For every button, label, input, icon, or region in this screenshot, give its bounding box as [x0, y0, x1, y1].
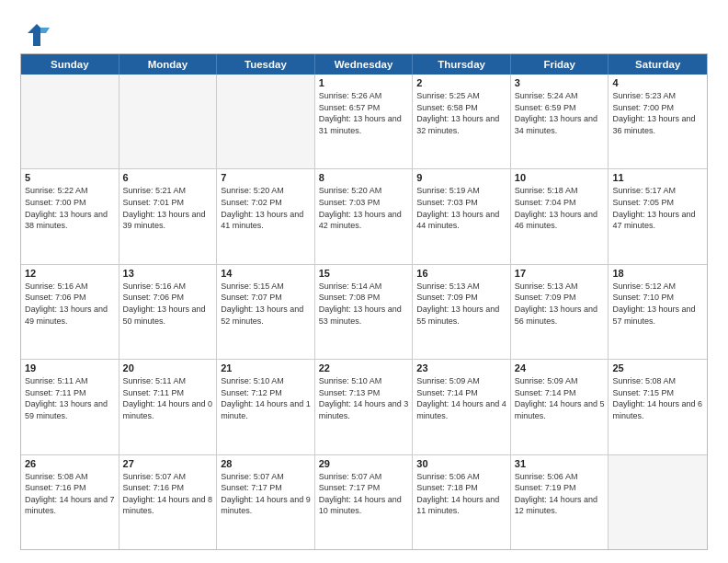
day-number: 18 [612, 268, 703, 279]
day-number: 19 [25, 362, 115, 373]
day-number: 16 [416, 268, 506, 279]
day-number: 2 [416, 77, 506, 88]
day-info: Sunrise: 5:14 AM Sunset: 7:08 PM Dayligh… [319, 281, 409, 327]
day-cell-30: 30Sunrise: 5:06 AM Sunset: 7:18 PM Dayli… [413, 455, 511, 549]
page: SundayMondayTuesdayWednesdayThursdayFrid… [0, 0, 728, 563]
day-info: Sunrise: 5:16 AM Sunset: 7:06 PM Dayligh… [25, 281, 115, 327]
day-number: 24 [515, 362, 605, 373]
day-cell-31: 31Sunrise: 5:06 AM Sunset: 7:19 PM Dayli… [511, 455, 609, 549]
header-day-friday: Friday [511, 54, 609, 75]
day-number: 21 [221, 362, 311, 373]
day-cell-29: 29Sunrise: 5:07 AM Sunset: 7:17 PM Dayli… [315, 455, 414, 549]
day-cell-6: 6Sunrise: 5:21 AM Sunset: 7:01 PM Daylig… [119, 169, 218, 263]
day-info: Sunrise: 5:20 AM Sunset: 7:03 PM Dayligh… [319, 185, 409, 231]
day-info: Sunrise: 5:07 AM Sunset: 7:17 PM Dayligh… [221, 471, 311, 517]
day-info: Sunrise: 5:13 AM Sunset: 7:09 PM Dayligh… [416, 281, 506, 327]
day-info: Sunrise: 5:22 AM Sunset: 7:00 PM Dayligh… [25, 185, 115, 231]
day-info: Sunrise: 5:18 AM Sunset: 7:04 PM Dayligh… [515, 185, 605, 231]
day-number: 30 [416, 458, 506, 469]
day-cell-13: 13Sunrise: 5:16 AM Sunset: 7:06 PM Dayli… [119, 265, 218, 359]
day-cell-17: 17Sunrise: 5:13 AM Sunset: 7:09 PM Dayli… [511, 265, 609, 359]
day-number: 15 [319, 268, 409, 279]
svg-marker-1 [40, 28, 50, 33]
day-number: 4 [612, 77, 703, 88]
day-info: Sunrise: 5:09 AM Sunset: 7:14 PM Dayligh… [515, 375, 605, 421]
calendar: SundayMondayTuesdayWednesdayThursdayFrid… [20, 53, 708, 550]
day-info: Sunrise: 5:09 AM Sunset: 7:14 PM Dayligh… [416, 375, 506, 421]
day-number: 20 [123, 362, 213, 373]
header-day-sunday: Sunday [21, 54, 119, 75]
day-cell-9: 9Sunrise: 5:19 AM Sunset: 7:03 PM Daylig… [413, 169, 511, 263]
calendar-body: 1Sunrise: 5:26 AM Sunset: 6:57 PM Daylig… [21, 75, 707, 549]
day-number: 17 [515, 268, 605, 279]
header-day-tuesday: Tuesday [217, 54, 315, 75]
day-info: Sunrise: 5:10 AM Sunset: 7:13 PM Dayligh… [319, 375, 409, 421]
day-info: Sunrise: 5:15 AM Sunset: 7:07 PM Dayligh… [221, 281, 311, 327]
day-number: 12 [25, 268, 115, 279]
day-cell-27: 27Sunrise: 5:07 AM Sunset: 7:16 PM Dayli… [119, 455, 218, 549]
day-cell-4: 4Sunrise: 5:23 AM Sunset: 7:00 PM Daylig… [609, 75, 707, 168]
header-day-saturday: Saturday [609, 54, 707, 75]
day-info: Sunrise: 5:17 AM Sunset: 7:05 PM Dayligh… [612, 185, 703, 231]
calendar-row-2: 12Sunrise: 5:16 AM Sunset: 7:06 PM Dayli… [21, 264, 707, 359]
day-number: 27 [123, 458, 213, 469]
day-number: 9 [416, 172, 506, 183]
day-number: 6 [123, 172, 213, 183]
day-cell-empty [21, 75, 119, 168]
day-cell-15: 15Sunrise: 5:14 AM Sunset: 7:08 PM Dayli… [315, 265, 414, 359]
day-number: 1 [319, 77, 409, 88]
calendar-row-3: 19Sunrise: 5:11 AM Sunset: 7:11 PM Dayli… [21, 359, 707, 454]
day-info: Sunrise: 5:06 AM Sunset: 7:18 PM Dayligh… [416, 471, 506, 517]
day-info: Sunrise: 5:08 AM Sunset: 7:15 PM Dayligh… [612, 375, 703, 421]
day-number: 28 [221, 458, 311, 469]
day-number: 23 [416, 362, 506, 373]
day-cell-7: 7Sunrise: 5:20 AM Sunset: 7:02 PM Daylig… [217, 169, 315, 263]
day-cell-1: 1Sunrise: 5:26 AM Sunset: 6:57 PM Daylig… [315, 75, 414, 168]
day-number: 25 [612, 362, 703, 373]
day-number: 7 [221, 172, 311, 183]
day-info: Sunrise: 5:19 AM Sunset: 7:03 PM Dayligh… [416, 185, 506, 231]
logo [20, 20, 53, 50]
day-number: 13 [123, 268, 213, 279]
day-cell-10: 10Sunrise: 5:18 AM Sunset: 7:04 PM Dayli… [511, 169, 609, 263]
day-number: 31 [515, 458, 605, 469]
day-info: Sunrise: 5:11 AM Sunset: 7:11 PM Dayligh… [123, 375, 213, 421]
calendar-row-1: 5Sunrise: 5:22 AM Sunset: 7:00 PM Daylig… [21, 168, 707, 263]
day-info: Sunrise: 5:25 AM Sunset: 6:58 PM Dayligh… [416, 90, 506, 136]
day-cell-2: 2Sunrise: 5:25 AM Sunset: 6:58 PM Daylig… [413, 75, 511, 168]
day-cell-26: 26Sunrise: 5:08 AM Sunset: 7:16 PM Dayli… [21, 455, 119, 549]
day-cell-21: 21Sunrise: 5:10 AM Sunset: 7:12 PM Dayli… [217, 360, 315, 454]
day-cell-20: 20Sunrise: 5:11 AM Sunset: 7:11 PM Dayli… [119, 360, 218, 454]
day-info: Sunrise: 5:21 AM Sunset: 7:01 PM Dayligh… [123, 185, 213, 231]
day-number: 26 [25, 458, 115, 469]
day-number: 5 [25, 172, 115, 183]
day-number: 8 [319, 172, 409, 183]
day-cell-12: 12Sunrise: 5:16 AM Sunset: 7:06 PM Dayli… [21, 265, 119, 359]
day-info: Sunrise: 5:24 AM Sunset: 6:59 PM Dayligh… [515, 90, 605, 136]
day-number: 3 [515, 77, 605, 88]
logo-icon [20, 20, 50, 50]
day-cell-19: 19Sunrise: 5:11 AM Sunset: 7:11 PM Dayli… [21, 360, 119, 454]
day-number: 11 [612, 172, 703, 183]
day-cell-18: 18Sunrise: 5:12 AM Sunset: 7:10 PM Dayli… [609, 265, 707, 359]
day-cell-empty [217, 75, 315, 168]
day-cell-5: 5Sunrise: 5:22 AM Sunset: 7:00 PM Daylig… [21, 169, 119, 263]
day-info: Sunrise: 5:16 AM Sunset: 7:06 PM Dayligh… [123, 281, 213, 327]
calendar-row-0: 1Sunrise: 5:26 AM Sunset: 6:57 PM Daylig… [21, 75, 707, 168]
day-info: Sunrise: 5:23 AM Sunset: 7:00 PM Dayligh… [612, 90, 703, 136]
day-info: Sunrise: 5:12 AM Sunset: 7:10 PM Dayligh… [612, 281, 703, 327]
svg-marker-0 [28, 24, 46, 46]
day-info: Sunrise: 5:10 AM Sunset: 7:12 PM Dayligh… [221, 375, 311, 421]
day-cell-28: 28Sunrise: 5:07 AM Sunset: 7:17 PM Dayli… [217, 455, 315, 549]
day-number: 10 [515, 172, 605, 183]
day-info: Sunrise: 5:11 AM Sunset: 7:11 PM Dayligh… [25, 375, 115, 421]
day-cell-24: 24Sunrise: 5:09 AM Sunset: 7:14 PM Dayli… [511, 360, 609, 454]
day-info: Sunrise: 5:08 AM Sunset: 7:16 PM Dayligh… [25, 471, 115, 517]
day-cell-16: 16Sunrise: 5:13 AM Sunset: 7:09 PM Dayli… [413, 265, 511, 359]
header-day-wednesday: Wednesday [315, 54, 414, 75]
day-cell-25: 25Sunrise: 5:08 AM Sunset: 7:15 PM Dayli… [609, 360, 707, 454]
day-number: 29 [319, 458, 409, 469]
day-info: Sunrise: 5:13 AM Sunset: 7:09 PM Dayligh… [515, 281, 605, 327]
header [20, 17, 708, 50]
day-number: 22 [319, 362, 409, 373]
